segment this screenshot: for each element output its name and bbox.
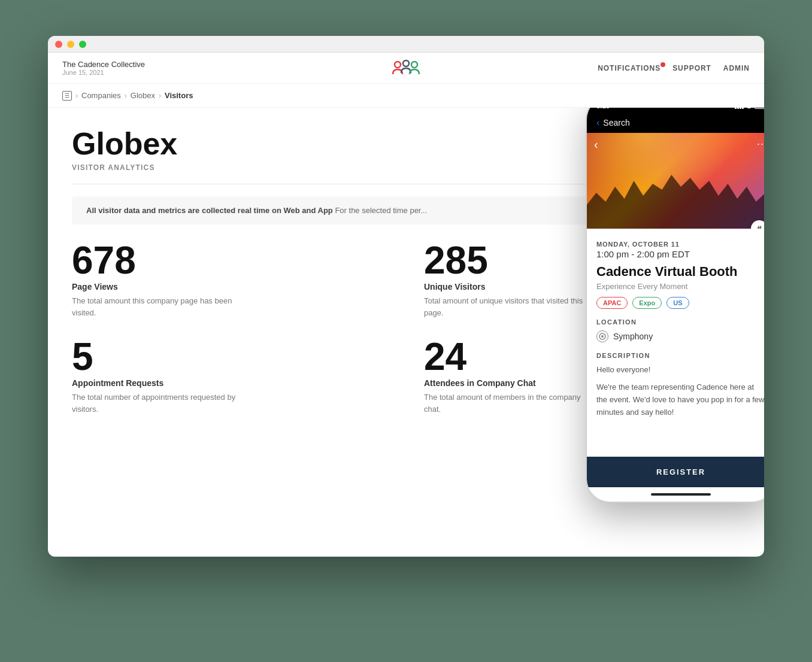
notification-dot bbox=[660, 62, 665, 67]
location-name: Symphony bbox=[613, 332, 653, 341]
signal-icon bbox=[735, 108, 744, 109]
tags-row: APAC Expo US bbox=[596, 297, 764, 309]
battery-icon bbox=[755, 108, 764, 109]
svg-point-0 bbox=[395, 62, 401, 68]
phone-status-bar: 8:15 ▲ bbox=[587, 108, 764, 115]
breadcrumb-sep-2: › bbox=[125, 92, 127, 100]
org-date: June 15, 2021 bbox=[62, 69, 145, 76]
event-tagline: Experience Every Moment bbox=[596, 282, 764, 291]
maximize-button[interactable] bbox=[79, 41, 86, 48]
concert-image: ‹ ··· # bbox=[587, 133, 764, 229]
register-label: REGISTER bbox=[656, 467, 705, 476]
svg-point-1 bbox=[403, 60, 409, 66]
description-hello: Hello everyone! bbox=[596, 364, 764, 376]
titlebar bbox=[48, 36, 764, 53]
info-banner-bold: All visitor data and metrics are collect… bbox=[86, 206, 333, 215]
breadcrumb-companies[interactable]: Companies bbox=[81, 91, 121, 100]
svg-point-4 bbox=[601, 335, 604, 338]
tag-expo: Expo bbox=[632, 297, 662, 309]
description-section-label: DESCRIPTION bbox=[596, 352, 764, 359]
org-info: The Cadence Collective June 15, 2021 bbox=[62, 60, 145, 76]
notifications-link[interactable]: NOTIFICATIONS bbox=[598, 64, 660, 72]
phone-home-indicator bbox=[587, 487, 764, 502]
breadcrumb-home-icon[interactable]: ☰ bbox=[62, 91, 72, 101]
metric-page-views-label: Page Views bbox=[72, 282, 388, 291]
breadcrumb-globex[interactable]: Globex bbox=[131, 91, 155, 100]
description-body: We're the team representing Cadence here… bbox=[596, 381, 764, 418]
metric-page-views-desc: The total amount this company page has b… bbox=[72, 295, 240, 318]
metric-unique-visitors-desc: Total amount of unique visitors that vis… bbox=[424, 295, 592, 318]
phone-search-bar: ‹ Search bbox=[587, 115, 764, 133]
phone-back-icon[interactable]: ‹ bbox=[596, 117, 599, 128]
metric-page-views-number: 678 bbox=[72, 241, 388, 280]
phone-search-label[interactable]: Search bbox=[603, 118, 629, 127]
tag-us: US bbox=[666, 297, 689, 309]
metric-appointments-number: 5 bbox=[72, 338, 388, 376]
metric-appointments: 5 Appointment Requests The total number … bbox=[72, 338, 388, 415]
home-bar bbox=[651, 493, 711, 496]
location-icon bbox=[596, 330, 608, 342]
main-content: Globex VISITOR ANALYTICS Updated 5 min a… bbox=[48, 108, 764, 557]
close-button[interactable] bbox=[55, 41, 62, 48]
org-name: The Cadence Collective bbox=[62, 60, 145, 69]
breadcrumb-sep-3: › bbox=[159, 92, 161, 100]
logo bbox=[390, 59, 422, 78]
register-button[interactable]: REGISTER bbox=[587, 457, 764, 487]
minimize-button[interactable] bbox=[67, 41, 74, 48]
phone-status-icons: ▲ bbox=[735, 108, 764, 110]
phone-mockup: 8:15 ▲ ‹ Sea bbox=[586, 108, 764, 503]
phone-more-icon[interactable]: ··· bbox=[757, 138, 764, 150]
event-date: MONDAY, OCTOBER 11 bbox=[596, 241, 764, 248]
location-section-label: LOCATION bbox=[596, 318, 764, 326]
metric-appointments-label: Appointment Requests bbox=[72, 378, 388, 388]
metric-page-views: 678 Page Views The total amount this com… bbox=[72, 241, 388, 318]
support-link[interactable]: SUPPORT bbox=[672, 64, 711, 72]
location-row: Symphony bbox=[596, 330, 764, 342]
info-banner-rest: For the selected time per... bbox=[335, 206, 427, 215]
nav-right: NOTIFICATIONS SUPPORT ADMIN bbox=[598, 64, 750, 72]
top-navigation: The Cadence Collective June 15, 2021 NOT… bbox=[48, 53, 764, 84]
wifi-icon: ▲ bbox=[746, 108, 752, 110]
metric-company-chat-desc: The total amount of members in the compa… bbox=[424, 391, 592, 415]
hash-label: # bbox=[757, 224, 762, 229]
main-window: The Cadence Collective June 15, 2021 NOT… bbox=[48, 36, 764, 557]
breadcrumb: ☰ › Companies › Globex › Visitors bbox=[48, 84, 764, 108]
tag-apac: APAC bbox=[596, 297, 628, 309]
phone-image-back-icon[interactable]: ‹ bbox=[594, 138, 598, 151]
breadcrumb-visitors: Visitors bbox=[165, 91, 193, 100]
metric-appointments-desc: The total number of appointments request… bbox=[72, 391, 240, 415]
phone-content: MONDAY, OCTOBER 11 1:00 pm - 2:00 pm EDT… bbox=[587, 229, 764, 457]
svg-point-2 bbox=[411, 62, 417, 68]
admin-link[interactable]: ADMIN bbox=[723, 64, 750, 72]
event-title: Cadence Virtual Booth bbox=[596, 264, 764, 280]
phone-time: 8:15 bbox=[596, 108, 610, 110]
event-time: 1:00 pm - 2:00 pm EDT bbox=[596, 249, 764, 259]
breadcrumb-sep-1: › bbox=[75, 92, 78, 100]
